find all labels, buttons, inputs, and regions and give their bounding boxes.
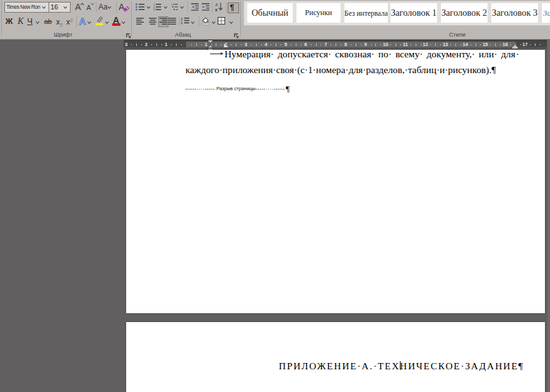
- svg-text:я: я: [215, 8, 218, 12]
- svg-text:A: A: [79, 16, 86, 25]
- svg-text:1: 1: [171, 3, 173, 6]
- svg-text:А: А: [215, 3, 218, 7]
- svg-text:3: 3: [153, 8, 155, 11]
